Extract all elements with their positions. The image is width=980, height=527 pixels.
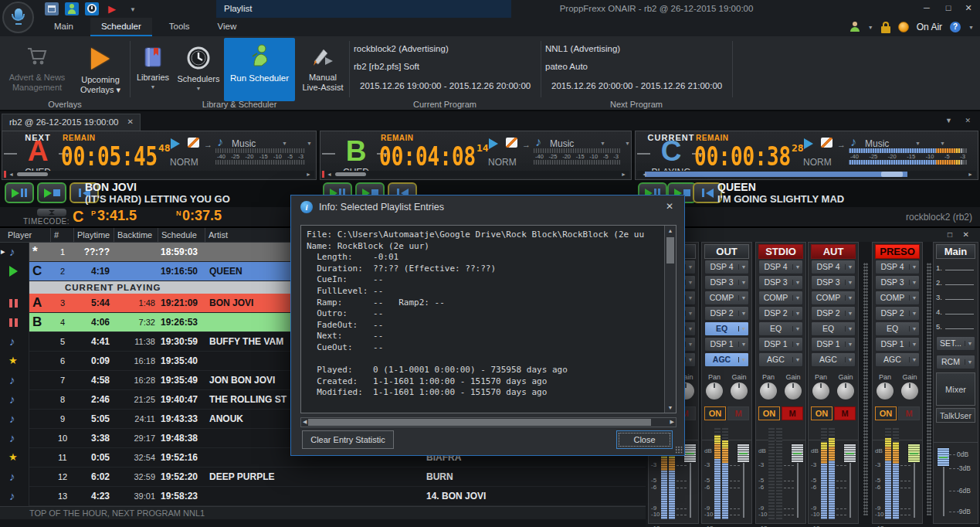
run-scheduler-button[interactable]: Run Scheduler — [224, 38, 295, 101]
category-dropdown-icon[interactable]: ▼ — [915, 141, 921, 146]
dsp-button-agc[interactable]: AGC▼ — [704, 352, 749, 367]
dropdown-icon[interactable]: ▼ — [738, 280, 748, 285]
tabbar-close-icon[interactable]: ✕ — [965, 117, 971, 124]
dropdown-icon[interactable]: ▼ — [909, 264, 919, 270]
close-button[interactable]: ✕ — [960, 3, 977, 13]
dropdown-icon[interactable]: ▼ — [845, 326, 855, 332]
dropdown-icon[interactable]: ▼ — [738, 342, 748, 347]
dialog-close-icon[interactable]: ✕ — [666, 201, 673, 212]
dsp-button-dsp-1[interactable]: DSP 1▼ — [875, 337, 920, 352]
main-slot-4[interactable]: 4. — [934, 303, 978, 318]
play-stop-button[interactable] — [37, 182, 66, 203]
dropdown-icon[interactable]: ▼ — [909, 357, 919, 362]
main-slot-5[interactable]: 5. — [934, 318, 978, 332]
dsp-button-comp[interactable]: COMP▼ — [704, 291, 749, 305]
dsp-button-comp[interactable]: COMP▼ — [811, 291, 856, 305]
upcoming-overlays-button[interactable]: UpcomingOverlays ▾ — [73, 39, 128, 95]
playlist-row[interactable]: ♪126:0232:5919:52:20DEEP PURPLEBURN — [0, 468, 646, 487]
scroll-up-icon[interactable]: ▲ — [665, 228, 676, 233]
dropdown-icon[interactable]: ▼ — [685, 342, 695, 347]
dsp-button-dsp-3[interactable]: DSP 3▼ — [811, 275, 856, 290]
channel-header[interactable]: STDIO — [758, 244, 803, 259]
play-icon[interactable] — [489, 138, 498, 149]
dsp-button-eq[interactable]: EQ▼ — [704, 321, 749, 336]
advert-news-management-button[interactable]: Advert & NewsManagement — [3, 39, 71, 93]
channel-mute-button[interactable]: M — [782, 406, 803, 420]
dropdown-icon[interactable]: ▼ — [909, 326, 919, 332]
knob-pan[interactable]: Pan — [877, 373, 894, 400]
scroll-right-arrow[interactable]: ► — [621, 171, 626, 178]
dropdown-icon[interactable]: ▼ — [792, 357, 802, 362]
knob-pan[interactable]: Pan — [812, 373, 829, 400]
playlist-row[interactable]: ♪134:2339:0119:58:2314. BON JOVI — [0, 487, 646, 506]
rcm-button[interactable]: RCM▼ — [936, 355, 975, 369]
manual-live-assist-button[interactable]: ManualLive-Assist — [300, 39, 346, 93]
fader-handle[interactable] — [907, 444, 921, 463]
knob-gain[interactable]: Gain — [731, 373, 748, 400]
dropdown-icon[interactable]: ▼ — [909, 311, 919, 316]
lock-icon[interactable] — [881, 22, 890, 33]
play-icon[interactable] — [804, 138, 813, 149]
dsp-button-dsp-1[interactable]: DSP 1▼ — [704, 337, 749, 352]
dsp-button-agc[interactable]: AGC▼ — [875, 352, 920, 367]
header-playtime[interactable]: Playtime — [74, 228, 114, 242]
channel-on-button[interactable]: ON — [811, 406, 832, 420]
gain-knob-icon[interactable] — [837, 382, 854, 400]
scroll-right-arrow[interactable]: ► — [968, 171, 973, 178]
dropdown-icon[interactable]: ▼ — [965, 341, 975, 346]
edit-icon[interactable] — [821, 138, 832, 148]
header-schedule[interactable]: Schedule — [158, 228, 205, 242]
header-backtime[interactable]: Backtime — [114, 228, 158, 242]
scheduler-person-icon[interactable] — [65, 2, 79, 15]
dsp-button-agc[interactable]: AGC▼ — [758, 352, 803, 367]
dsp-button-dsp-4[interactable]: DSP 4▼ — [704, 260, 749, 274]
dropdown-icon[interactable]: ▼ — [685, 280, 695, 285]
help-dropdown-icon[interactable]: ▼ — [968, 25, 974, 30]
timecode-button[interactable] — [37, 209, 66, 216]
horizontal-scroll-thumb[interactable] — [308, 419, 651, 426]
document-tab[interactable]: rb2 @ 26-12-2015 19:00:00 ✕ — [2, 114, 141, 131]
category-dropdown[interactable]: Music — [865, 138, 889, 149]
deck-progress-scrollbar[interactable]: ◄► — [637, 171, 976, 178]
scroll-left-arrow[interactable]: ◄ — [8, 171, 14, 178]
dsp-button-dsp-4[interactable]: DSP 4▼ — [758, 260, 803, 274]
tabbar-dropdown-icon[interactable]: ▼ — [945, 117, 952, 124]
libraries-button[interactable]: Libraries ▼ — [133, 39, 173, 90]
close-dialog-button[interactable]: Close — [616, 430, 673, 449]
dialog-titlebar[interactable]: i Info: Selected Playlist Entries ✕ — [291, 196, 684, 219]
dsp-button-dsp-2[interactable]: DSP 2▼ — [704, 306, 749, 321]
app-window-icon[interactable] — [45, 2, 59, 15]
knob-gain[interactable]: Gain — [785, 373, 802, 400]
deck-options-dropdown-icon[interactable]: ▼ — [625, 141, 630, 146]
dialog-vertical-scrollbar[interactable]: ▲ ▼ — [664, 226, 676, 413]
dsp-button-dsp-3[interactable]: DSP 3▼ — [704, 275, 749, 290]
dialog-text-area[interactable]: File: C:\Users\Automaatje\Google Drive\R… — [300, 225, 677, 413]
category-dropdown-icon[interactable]: ▼ — [600, 141, 605, 146]
quick-access-dropdown-icon[interactable]: ▼ — [130, 6, 136, 13]
maximize-button[interactable]: □ — [940, 3, 957, 12]
tab-scheduler[interactable]: Scheduler — [90, 18, 152, 36]
dropdown-icon[interactable]: ▼ — [738, 295, 748, 301]
fader-handle[interactable] — [737, 444, 750, 463]
channel-mute-button[interactable]: M — [727, 406, 749, 420]
knob-gain[interactable]: Gain — [837, 373, 854, 400]
category-dropdown-icon[interactable]: ▼ — [282, 141, 287, 146]
scroll-left-icon[interactable]: ◀ — [303, 419, 307, 425]
clock-icon[interactable] — [85, 2, 99, 15]
dropdown-icon[interactable]: ▼ — [792, 326, 802, 332]
channel-on-button[interactable]: ON — [875, 406, 897, 420]
dropdown-icon[interactable]: ▼ — [792, 264, 802, 270]
fader-handle[interactable] — [683, 444, 697, 463]
play-icon[interactable] — [171, 138, 180, 149]
dropdown-icon[interactable]: ▼ — [738, 357, 748, 362]
dropdown-icon[interactable]: ▼ — [845, 295, 855, 301]
gain-knob-icon[interactable] — [901, 382, 918, 400]
scroll-left-arrow[interactable]: ◄ — [642, 171, 647, 178]
tab-tools[interactable]: Tools — [158, 18, 201, 36]
fader-handle[interactable] — [791, 444, 804, 463]
category-dropdown[interactable]: Music — [232, 138, 256, 149]
resize-grip[interactable] — [675, 446, 683, 454]
dropdown-icon[interactable]: ▼ — [685, 264, 695, 270]
deck-progress-scrollbar[interactable]: ◄► — [4, 171, 314, 178]
dropdown-icon[interactable]: ▼ — [738, 326, 748, 332]
